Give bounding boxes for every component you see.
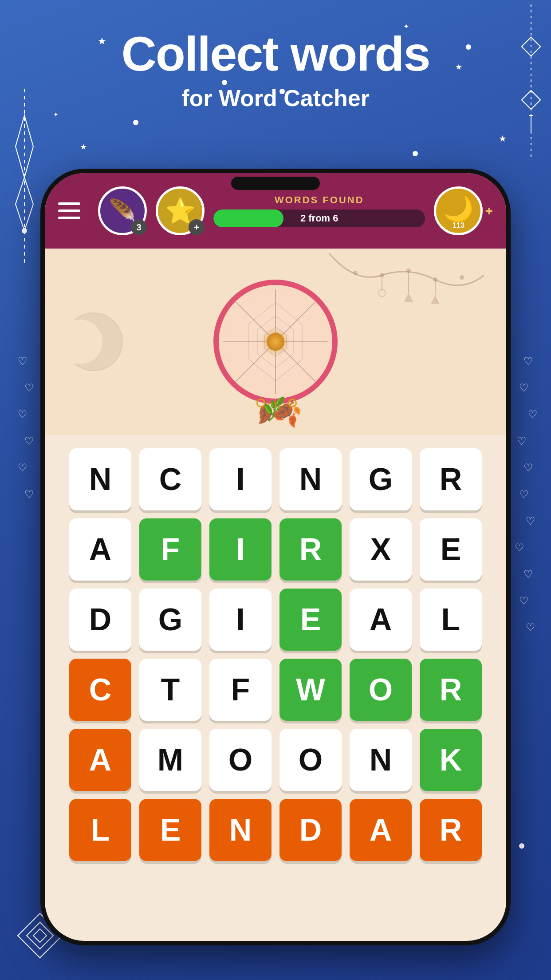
words-found-area: WORDS FOUND 2 from 6 [213,194,425,227]
cell-e3[interactable]: E [139,799,201,861]
grid-row-6: L E N D A R [63,799,488,861]
ring-right [288,399,297,407]
progress-bar: 2 from 6 [213,209,425,227]
dreamcatcher-area: 🍂 🌿 🍂 [45,249,506,435]
cell-r2[interactable]: R [279,518,342,581]
ring-left [256,399,265,407]
cell-o2[interactable]: O [209,729,272,791]
svg-marker-24 [431,295,440,304]
cell-f1[interactable]: F [139,518,201,581]
progress-bar-fill [213,209,283,227]
cell-c1[interactable]: C [139,448,201,510]
phone-notch [231,177,320,190]
cell-a2[interactable]: A [350,589,412,651]
svg-point-14 [353,271,358,275]
cell-x1[interactable]: X [350,518,412,581]
cell-g1[interactable]: G [350,448,412,510]
cell-g2[interactable]: G [139,589,201,651]
moon-decoration [63,311,125,373]
coin-icon: 🌙 [443,194,474,223]
phone-frame: 🪶 3 ⭐ + WORDS FOUND 2 from 6 🌙 113 + [40,169,511,945]
feather-button[interactable]: 🪶 3 [98,186,147,235]
cell-r3[interactable]: R [420,659,482,721]
coin-area: 🌙 113 + [434,186,493,235]
cell-t1[interactable]: T [139,659,201,721]
feather-icon: 🪶 [109,198,136,224]
cell-k1[interactable]: K [420,729,482,791]
cell-n2[interactable]: N [279,448,342,510]
cell-w1[interactable]: W [279,659,342,721]
cell-a4[interactable]: A [350,799,412,861]
cell-f2[interactable]: F [209,659,272,721]
coin-count: 113 [453,221,464,229]
cell-e2[interactable]: E [279,589,342,651]
menu-line [58,209,80,212]
cell-a1[interactable]: A [69,518,131,581]
coin-plus-button[interactable]: + [485,203,493,218]
header-area: Collect words for Word Catcher [0,27,551,111]
phone-screen: 🪶 3 ⭐ + WORDS FOUND 2 from 6 🌙 113 + [45,173,506,941]
grid-area[interactable]: N C I N G R A F I R X E D G I E A [45,435,506,882]
cell-i1[interactable]: I [209,448,272,510]
cell-o3[interactable]: O [279,729,342,791]
cell-r1[interactable]: R [420,448,482,510]
feather-badge: 3 [131,219,147,235]
main-title: Collect words [0,27,551,80]
necklace-decoration [329,249,484,306]
cell-i3[interactable]: I [209,589,272,651]
cell-n3[interactable]: N [350,729,412,791]
progress-text: 2 from 6 [300,213,338,224]
cell-o1[interactable]: O [350,659,412,721]
svg-point-18 [460,275,464,280]
star-badge: + [189,219,205,235]
cell-l2[interactable]: L [69,799,131,861]
sub-title: for Word Catcher [0,85,551,111]
words-found-label: WORDS FOUND [213,194,425,206]
cell-n4[interactable]: N [209,799,272,861]
menu-line [58,202,80,205]
cell-d2[interactable]: D [279,799,342,861]
dreamcatcher: 🍂 🌿 🍂 [213,280,338,404]
cell-n1[interactable]: N [69,448,131,510]
cell-c2[interactable]: C [69,659,131,721]
cell-i2[interactable]: I [209,518,272,581]
coin-display: 🌙 113 [434,186,483,235]
cell-a3[interactable]: A [69,729,131,791]
grid-row-5: A M O O N K [63,729,488,791]
cell-m1[interactable]: M [139,729,201,791]
menu-button[interactable] [58,195,89,226]
grid-row-4: C T F W O R [63,659,488,721]
cell-r4[interactable]: R [420,799,482,861]
cell-l1[interactable]: L [420,589,482,651]
cell-d1[interactable]: D [69,589,131,651]
grid-row-3: D G I E A L [63,589,488,651]
grid-row-1: N C I N G R [63,448,488,510]
center-gem [267,333,284,351]
svg-marker-20 [404,293,413,302]
menu-line [58,217,80,219]
cell-e1[interactable]: E [420,518,482,581]
grid-row-2: A F I R X E [63,518,488,581]
star-button[interactable]: ⭐ + [156,186,205,235]
